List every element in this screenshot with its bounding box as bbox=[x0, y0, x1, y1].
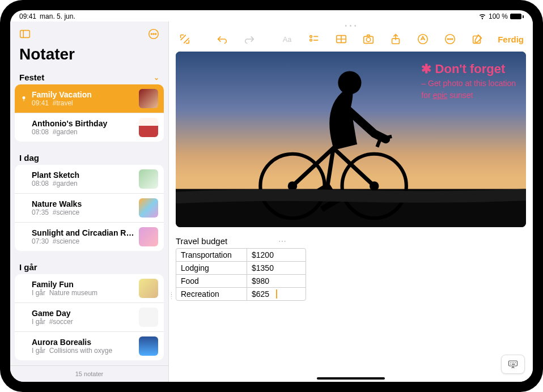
handwriting-title: ✱ Don't forget bbox=[421, 62, 516, 76]
battery-percent: 100 % bbox=[489, 12, 508, 20]
section-header-yesterday: I går bbox=[15, 258, 164, 274]
note-item-sunlight-circadian[interactable]: Sunlight and Circadian Rhy… 07:30 #scien… bbox=[15, 223, 164, 251]
keyboard-button[interactable] bbox=[501, 355, 525, 374]
table-cell-label[interactable]: Lodging bbox=[176, 262, 247, 274]
table-cell-label[interactable]: Food bbox=[176, 275, 247, 287]
note-item-anthonios-birthday[interactable]: Anthonio's Birthday 08:08 #garden bbox=[15, 113, 164, 142]
battery-icon bbox=[510, 14, 524, 19]
redo-button[interactable] bbox=[240, 31, 258, 47]
note-meta: 07:35 #science bbox=[32, 208, 134, 216]
svg-rect-38 bbox=[512, 364, 515, 365]
table-cell-value-active[interactable]: $625 bbox=[247, 288, 306, 300]
expand-button[interactable] bbox=[176, 31, 194, 47]
note-title: Game Day bbox=[32, 309, 134, 318]
table-row[interactable]: Recreation $625 bbox=[176, 288, 306, 300]
multitask-handle[interactable]: • • • bbox=[169, 22, 533, 29]
note-title: Family Fun bbox=[32, 280, 134, 289]
svg-point-11 bbox=[310, 39, 312, 41]
section-header-today: I dag bbox=[15, 148, 164, 165]
table-row[interactable]: Transportation $1200 bbox=[176, 249, 306, 262]
table-cell-label[interactable]: Recreation bbox=[176, 288, 247, 300]
table-cell-value[interactable]: $1350 bbox=[247, 262, 306, 274]
wifi-icon bbox=[478, 12, 486, 22]
editor-toolbar: Aa Ferdig bbox=[169, 29, 533, 52]
more-button[interactable] bbox=[441, 31, 459, 47]
table-column-handle[interactable]: ⋯ bbox=[278, 237, 287, 246]
pin-icon bbox=[20, 95, 27, 102]
svg-point-23 bbox=[452, 39, 453, 40]
section-label: Festet bbox=[19, 73, 44, 82]
svg-point-4 bbox=[153, 33, 154, 35]
note-item-aurora-borealis[interactable]: Aurora Borealis I går Collisions with ox… bbox=[15, 332, 164, 360]
budget-table[interactable]: ⋮⋮ Transportation $1200 Lodging $1350 Fo… bbox=[176, 248, 306, 301]
note-thumbnail bbox=[139, 279, 158, 298]
note-thumbnail bbox=[139, 227, 158, 246]
home-indicator[interactable] bbox=[317, 377, 385, 380]
format-text-button[interactable]: Aa bbox=[278, 31, 296, 47]
note-meta: 09:41 #travel bbox=[32, 99, 134, 107]
note-editor: • • • Aa bbox=[169, 22, 533, 382]
note-item-family-fun[interactable]: Family Fun I går Nature museum bbox=[15, 274, 164, 303]
svg-rect-0 bbox=[20, 31, 30, 38]
note-meta: 07:30 #science bbox=[32, 237, 134, 245]
table-row[interactable]: Lodging $1350 bbox=[176, 262, 306, 275]
note-thumbnail bbox=[139, 308, 158, 327]
table-cell-label[interactable]: Transportation bbox=[176, 249, 247, 261]
note-meta: I går #soccer bbox=[32, 318, 134, 326]
compose-button[interactable] bbox=[468, 31, 486, 47]
handwriting-annotation: ✱ Don't forget – Get photo at this locat… bbox=[421, 62, 516, 100]
note-item-nature-walks[interactable]: Nature Walks 07:35 #science bbox=[15, 194, 164, 223]
status-time: 09:41 bbox=[19, 12, 36, 20]
svg-point-3 bbox=[151, 33, 152, 35]
svg-point-22 bbox=[449, 39, 451, 40]
svg-point-17 bbox=[366, 37, 370, 41]
note-meta: 08:08 #garden bbox=[32, 128, 134, 136]
note-meta: I går Collisions with oxyge bbox=[32, 347, 134, 355]
note-item-family-vacation[interactable]: Family Vacation 09:41 #travel bbox=[15, 84, 164, 113]
handwriting-line: for epic sunset bbox=[421, 91, 516, 100]
table-cell-value[interactable]: $1200 bbox=[247, 249, 306, 261]
note-title: Aurora Borealis bbox=[32, 338, 134, 347]
svg-point-36 bbox=[515, 362, 516, 363]
table-row[interactable]: Food $980 bbox=[176, 275, 306, 288]
note-title: Nature Walks bbox=[32, 199, 134, 208]
share-button[interactable] bbox=[387, 31, 405, 47]
note-thumbnail bbox=[139, 169, 158, 189]
note-meta: I går Nature museum bbox=[32, 289, 134, 297]
note-title: Plant Sketch bbox=[32, 171, 134, 180]
section-label: I går bbox=[19, 262, 37, 272]
checklist-button[interactable] bbox=[305, 31, 323, 47]
table-row-handle[interactable]: ⋮⋮ bbox=[169, 293, 175, 298]
handwriting-line: – Get photo at this location bbox=[421, 79, 516, 88]
note-photo[interactable]: ✱ Don't forget – Get photo at this locat… bbox=[176, 52, 526, 227]
note-item-plant-sketch[interactable]: Plant Sketch 08:08 #garden bbox=[15, 165, 164, 194]
chevron-down-icon: ⌄ bbox=[154, 74, 159, 82]
svg-point-34 bbox=[512, 362, 513, 363]
section-header-pinned[interactable]: Festet ⌄ bbox=[15, 68, 164, 84]
svg-point-5 bbox=[155, 33, 156, 35]
svg-point-9 bbox=[310, 36, 312, 38]
camera-button[interactable] bbox=[359, 31, 377, 47]
svg-rect-32 bbox=[509, 361, 517, 366]
svg-rect-7 bbox=[24, 99, 24, 101]
note-item-game-day[interactable]: Game Day I går #soccer bbox=[15, 303, 164, 332]
table-cell-value[interactable]: $980 bbox=[247, 275, 306, 287]
note-thumbnail bbox=[139, 198, 158, 218]
svg-text:Aa: Aa bbox=[283, 35, 292, 44]
markup-button[interactable] bbox=[414, 31, 432, 47]
section-label: I dag bbox=[19, 153, 39, 163]
sidebar: Notater Festet ⌄ Family Vacation 09:41 #… bbox=[10, 22, 169, 382]
done-button[interactable]: Ferdig bbox=[495, 35, 526, 44]
svg-point-21 bbox=[448, 39, 449, 40]
svg-point-37 bbox=[510, 364, 511, 365]
undo-button[interactable] bbox=[213, 31, 231, 47]
sidebar-footer-count: 15 notater bbox=[10, 365, 168, 382]
sidebar-title: Notater bbox=[10, 44, 168, 68]
note-thumbnail bbox=[139, 336, 158, 356]
svg-point-35 bbox=[514, 362, 515, 363]
note-meta: 08:08 #garden bbox=[32, 180, 134, 188]
sidebar-toggle-button[interactable] bbox=[17, 26, 33, 42]
table-button[interactable] bbox=[332, 31, 350, 47]
more-options-button[interactable] bbox=[146, 26, 162, 42]
note-thumbnail bbox=[139, 89, 158, 108]
